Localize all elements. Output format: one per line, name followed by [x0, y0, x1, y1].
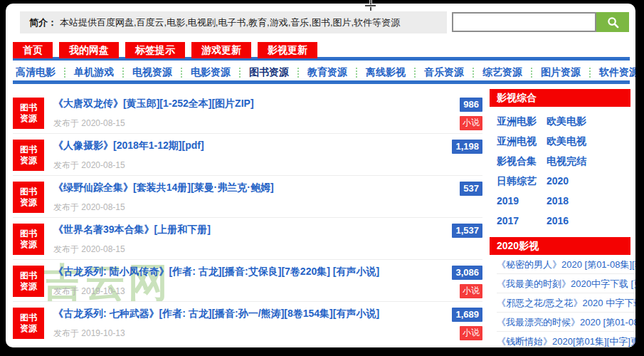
sidebar-link-2020[interactable]: 2020	[547, 171, 596, 191]
sidebar-link-western-tv[interactable]: 欧美电视	[547, 131, 596, 151]
category-separator	[64, 68, 65, 78]
category-separator	[297, 68, 299, 78]
list-item: 图书资源 《古龙系列: 陆小凤传奇》[作者: 古龙][播音:艾保良][7卷220…	[13, 260, 482, 302]
publish-date: 发布于 2019-10-13	[53, 328, 438, 340]
sidebar-list-item[interactable]: 《我最漂亮的时候》2020 [第01-08集]	[497, 313, 635, 332]
resource-type-badge[interactable]: 图书资源	[13, 98, 44, 129]
view-count-badge: 3,086	[452, 266, 482, 280]
view-count-badge: 537	[460, 182, 482, 196]
resource-title-link[interactable]: 《大唐双龙传》[黄玉郎][1-252全本][图片ZIP]	[53, 98, 438, 110]
intro-label: 简介：	[29, 16, 57, 29]
resource-title-link[interactable]: 《古龙系列: 陆小凤传奇》[作者: 古龙][播音:艾保良][7卷220集] [有…	[53, 266, 438, 278]
search-input[interactable]	[452, 12, 596, 32]
category-separator	[589, 68, 591, 78]
publish-date: 发布于 2019-10-13	[53, 286, 438, 298]
sidebar-link-western-movies[interactable]: 欧美电影	[547, 111, 596, 131]
sidebar-list-item[interactable]: 《我最美的时刻》2020中字下载 [更新]	[497, 274, 635, 293]
sidebar-section-title-video-general: 影视综合	[490, 89, 630, 107]
sidebar: 影视综合 亚洲电影 欧美电影 亚洲电视 欧美电视 影视合集 电视完结 日韩综艺 …	[490, 89, 635, 347]
list-item: 图书资源 《大唐双龙传》[黄玉郎][1-252全本][图片ZIP] 发布于 20…	[13, 92, 482, 134]
category-book-resources[interactable]: 图书资源	[248, 66, 290, 79]
sidebar-list-item[interactable]: 《邪恶之花/恶之花》2020 中字下载 [更新]	[497, 293, 635, 313]
category-tv-resources[interactable]: 电视资源	[131, 66, 174, 79]
resource-type-badge[interactable]: 图书资源	[13, 140, 44, 171]
category-pc-games[interactable]: 单机游戏	[73, 66, 115, 79]
sidebar-link-tv-completed[interactable]: 电视完结	[547, 151, 596, 171]
novel-tag[interactable]: 小说	[460, 284, 482, 298]
view-count-badge: 1,689	[452, 308, 482, 322]
category-separator	[531, 68, 532, 78]
sidebar-link-asian-movies[interactable]: 亚洲电影	[497, 111, 547, 131]
category-nav: 高清电影 单机游戏 电视资源 电影资源 图书资源 教育资源 离线影视 音乐资源 …	[14, 66, 635, 79]
main-nav-tabs: 首页 我的网盘 标签提示 游戏更新 影视更新	[13, 42, 317, 58]
tab-movie-updates[interactable]: 影视更新	[258, 42, 317, 58]
divider-bar-bottom	[13, 80, 630, 84]
resource-title-link[interactable]: 《绿野仙踪全集》[套装共14册][莱曼·弗兰克·鲍姆]	[53, 182, 438, 194]
category-separator	[181, 68, 182, 78]
search-button[interactable]	[596, 12, 629, 32]
sidebar-link-2019[interactable]: 2019	[497, 191, 547, 211]
tab-game-updates[interactable]: 游戏更新	[191, 42, 251, 58]
category-separator	[414, 68, 416, 78]
sidebar-list-item[interactable]: 《秘密的男人》2020 [第01-08集][韩语中字]	[497, 255, 635, 274]
resource-type-badge[interactable]: 图书资源	[13, 224, 44, 255]
sidebar-section-title-2020-video: 2020影视	[490, 237, 630, 255]
tab-home[interactable]: 首页	[13, 42, 53, 58]
tab-tag-tips[interactable]: 标签提示	[125, 42, 185, 58]
sidebar-link-video-collections[interactable]: 影视合集	[497, 151, 547, 171]
crosshair-cursor	[365, 0, 376, 11]
sidebar-link-grid: 亚洲电影 欧美电影 亚洲电视 欧美电视 影视合集 电视完结 日韩综艺 2020 …	[490, 107, 635, 234]
list-item: 图书资源 《人像摄影》[2018年1-12期][pdf] 发布于 2020-08…	[13, 134, 482, 176]
category-separator	[122, 68, 124, 78]
search-area	[452, 12, 629, 32]
category-software[interactable]: 软件资源	[598, 66, 635, 79]
publish-date: 发布于 2020-08-15	[53, 201, 438, 214]
sidebar-list-item[interactable]: 《钱断情始》2020[第01集][中字]更新	[497, 332, 635, 347]
publish-date: 发布于 2020-08-15	[53, 117, 438, 130]
view-count-badge: 986	[460, 98, 482, 112]
search-icon	[607, 16, 619, 28]
resource-list: 图书资源 《大唐双龙传》[黄玉郎][1-252全本][图片ZIP] 发布于 20…	[13, 92, 482, 344]
sidebar-link-2018[interactable]: 2018	[547, 191, 596, 211]
resource-title-link[interactable]: 《世界名著39本合集》[上册和下册]	[53, 224, 438, 236]
browser-page: 简介： 本站提供百度网盘,百度云,电影,电视剧,电子书,教育,游戏,音乐,图书,…	[6, 4, 635, 347]
publish-date: 发布于 2020-08-15	[53, 159, 438, 172]
sidebar-2020-list: 《秘密的男人》2020 [第01-08集][韩语中字] 《我最美的时刻》2020…	[490, 255, 635, 347]
screenshot-frame: 简介： 本站提供百度网盘,百度云,电影,电视剧,电子书,教育,游戏,音乐,图书,…	[0, 0, 644, 356]
resource-title-link[interactable]: 《古龙系列: 七种武器》[作者: 古龙][播音:孙一/熊涛][8卷154集][有…	[53, 308, 438, 320]
sidebar-link-jp-kr-variety[interactable]: 日韩综艺	[497, 171, 547, 191]
view-count-badge: 1,537	[452, 224, 482, 238]
tab-my-netdisk[interactable]: 我的网盘	[59, 42, 119, 58]
category-variety[interactable]: 综艺资源	[481, 66, 524, 79]
resource-type-badge[interactable]: 图书资源	[13, 182, 44, 213]
sidebar-link-2016[interactable]: 2016	[547, 211, 596, 231]
category-education[interactable]: 教育资源	[306, 66, 349, 79]
intro-text: 本站提供百度网盘,百度云,电影,电视剧,电子书,教育,游戏,音乐,图书,图片,软…	[60, 16, 400, 29]
category-hd-movies[interactable]: 高清电影	[14, 66, 57, 79]
site-intro-bar: 简介： 本站提供百度网盘,百度云,电影,电视剧,电子书,教育,游戏,音乐,图书,…	[20, 11, 447, 33]
list-item: 图书资源 《古龙系列: 七种武器》[作者: 古龙][播音:孙一/熊涛][8卷15…	[13, 302, 482, 344]
category-separator	[239, 68, 241, 78]
novel-tag[interactable]: 小说	[460, 116, 482, 130]
list-item: 图书资源 《世界名著39本合集》[上册和下册] 发布于 2020-08-15 1…	[13, 218, 482, 260]
resource-type-badge[interactable]: 图书资源	[13, 308, 44, 339]
category-pictures[interactable]: 图片资源	[539, 66, 582, 79]
category-separator	[473, 68, 474, 78]
list-item: 图书资源 《绿野仙踪全集》[套装共14册][莱曼·弗兰克·鲍姆] 发布于 202…	[13, 176, 482, 218]
category-offline-video[interactable]: 离线影视	[364, 66, 407, 79]
category-music[interactable]: 音乐资源	[423, 66, 465, 79]
sidebar-link-2017[interactable]: 2017	[497, 211, 547, 231]
category-separator	[356, 68, 357, 78]
view-count-badge: 1,198	[452, 140, 482, 154]
resource-type-badge[interactable]: 图书资源	[13, 266, 44, 297]
category-movie-resources[interactable]: 电影资源	[189, 66, 232, 79]
novel-tag[interactable]: 小说	[460, 326, 482, 340]
sidebar-link-asian-tv[interactable]: 亚洲电视	[497, 131, 547, 151]
publish-date: 发布于 2020-08-15	[53, 244, 438, 256]
resource-title-link[interactable]: 《人像摄影》[2018年1-12期][pdf]	[53, 140, 438, 152]
